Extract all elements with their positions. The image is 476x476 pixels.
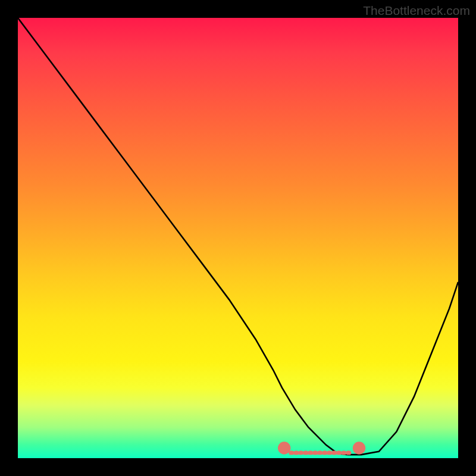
chart-background-gradient <box>18 18 458 458</box>
watermark-text: TheBottleneck.com <box>363 4 470 18</box>
